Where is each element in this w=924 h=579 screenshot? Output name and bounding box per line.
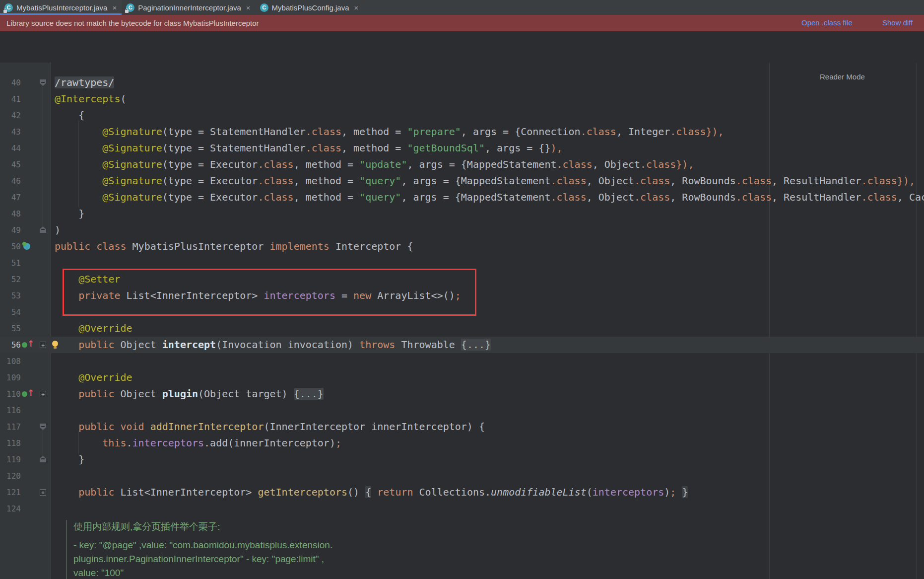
java-class-icon: C	[126, 3, 134, 12]
banner-message: Library source does not match the byteco…	[6, 19, 259, 27]
lock-icon	[125, 10, 129, 13]
fold-range-line	[43, 430, 43, 456]
fold-arrow-icon[interactable]	[40, 226, 46, 233]
code-text: public void addInnerInterceptor(InnerInt…	[55, 419, 485, 435]
code-line: 47 @Signature(type = Executor.class, met…	[0, 189, 924, 206]
code-line: 46 @Signature(type = Executor.class, met…	[0, 173, 924, 189]
java-class-icon: C	[260, 3, 268, 12]
fold-arrow-icon[interactable]	[40, 79, 46, 86]
line-number: 46	[0, 173, 21, 189]
doc-line: 使用内部规则,拿分页插件举个栗子:	[73, 520, 451, 534]
code-line: 42 {	[0, 107, 924, 124]
reader-mode-toggle[interactable]: Reader Mode	[820, 72, 865, 81]
code-text: }	[55, 451, 84, 468]
code-text: public Object intercept(Invocation invoc…	[55, 337, 491, 353]
fold-expand-icon[interactable]: +	[40, 342, 46, 348]
code-text: {	[55, 107, 84, 124]
fold-arrow-icon[interactable]	[40, 456, 46, 462]
code-line: 108	[0, 353, 924, 369]
line-number: 110	[0, 386, 21, 402]
lock-icon	[3, 10, 7, 13]
close-icon[interactable]: ×	[112, 3, 117, 12]
code-line: 120	[0, 468, 924, 484]
code-text: @Intercepts(	[55, 91, 127, 107]
code-line: 109 @Override	[0, 369, 924, 386]
line-number: 41	[0, 91, 21, 107]
overrides-method-icon[interactable]	[22, 342, 27, 348]
doc-comment-border	[66, 520, 67, 579]
code-line: 117 public void addInnerInterceptor(Inne…	[0, 419, 924, 435]
line-number: 49	[0, 222, 21, 238]
line-number: 116	[0, 402, 21, 419]
code-line: 43 @Signature(type = StatementHandler.cl…	[0, 124, 924, 140]
code-text: )	[55, 222, 61, 238]
line-number: 124	[0, 501, 21, 517]
code-line: 48 }	[0, 206, 924, 222]
override-arrow-icon[interactable]: ↑	[27, 339, 34, 349]
editor-area[interactable]: Reader Mode 40/rawtypes/41@Intercepts(42…	[0, 31, 924, 579]
editor-tab-1[interactable]: CMybatisPlusInterceptor.java×	[0, 0, 122, 15]
code-text: public class MybatisPlusInterceptor impl…	[55, 238, 413, 255]
code-line: 56+↑ public Object intercept(Invocation …	[0, 337, 924, 353]
code-line: 116	[0, 402, 924, 419]
code-text: public List<InnerInterceptor> getInterce…	[55, 484, 688, 501]
line-number: 43	[0, 124, 21, 140]
code-line: 124	[0, 501, 924, 517]
code-line: 49)	[0, 222, 924, 238]
close-icon[interactable]: ×	[354, 3, 359, 12]
code-line: 119 }	[0, 451, 924, 468]
rendered-doc-comment: 使用内部规则,拿分页插件举个栗子:- key: "@page" ,value: …	[73, 517, 451, 579]
code-line: 45 @Signature(type = Executor.class, met…	[0, 156, 924, 173]
line-number: 42	[0, 107, 21, 124]
overrides-method-icon[interactable]	[22, 391, 27, 397]
fold-expand-icon[interactable]: +	[40, 391, 46, 397]
code-line: 44 @Signature(type = StatementHandler.cl…	[0, 140, 924, 156]
code-text: @Signature(type = StatementHandler.class…	[55, 124, 724, 140]
code-text: @Signature(type = Executor.class, method…	[55, 189, 924, 206]
close-icon[interactable]: ×	[246, 3, 251, 12]
banner-link-show-diff[interactable]: Show diff	[882, 18, 913, 27]
line-number: 117	[0, 419, 21, 435]
editor-tab-bar: CMybatisPlusInterceptor.java×CPagination…	[0, 0, 924, 15]
code-text: /rawtypes/	[55, 74, 114, 91]
line-number: 121	[0, 484, 21, 501]
doc-line: value: "100"	[73, 566, 451, 579]
code-text: @Signature(type = StatementHandler.class…	[55, 140, 563, 156]
tab-label: MybatisPlusInterceptor.java	[16, 3, 107, 12]
line-number: 53	[0, 288, 21, 304]
doc-paragraph: 使用内部规则,拿分页插件举个栗子:	[73, 520, 451, 534]
override-arrow-icon[interactable]: ↑	[27, 388, 34, 398]
code-line: 118 this.interceptors.add(innerIntercept…	[0, 435, 924, 451]
code-line: 40/rawtypes/	[0, 74, 924, 91]
tab-label: MybatisPlusConfig.java	[272, 3, 349, 12]
code-line: 50public class MybatisPlusInterceptor im…	[0, 238, 924, 255]
doc-line: plugins.inner.PaginationInnerInterceptor…	[73, 552, 451, 566]
code-text: @Signature(type = Executor.class, method…	[55, 173, 915, 189]
fold-expand-icon[interactable]: +	[40, 489, 46, 496]
line-number: 55	[0, 320, 21, 337]
code-text: this.interceptors.add(innerInterceptor);	[55, 435, 341, 451]
code-line: 121+ public List<InnerInterceptor> getIn…	[0, 484, 924, 501]
line-number: 50	[0, 238, 21, 255]
line-number: 47	[0, 189, 21, 206]
line-number: 120	[0, 468, 21, 484]
code-text: }	[55, 206, 84, 222]
line-number: 108	[0, 353, 21, 369]
editor-tab-2[interactable]: CPaginationInnerInterceptor.java×	[122, 0, 255, 15]
code-text: @Override	[55, 369, 132, 386]
line-number: 44	[0, 140, 21, 156]
library-source-banner: Library source does not match the byteco…	[0, 15, 924, 31]
doc-paragraph: - key: "@page" ,value: "com.baomidou.myb…	[73, 538, 451, 579]
line-number: 119	[0, 451, 21, 468]
banner-link-open-class-file[interactable]: Open .class file	[801, 18, 853, 27]
line-number: 54	[0, 304, 21, 320]
line-number: 109	[0, 369, 21, 386]
code-text: @Signature(type = Executor.class, method…	[55, 156, 694, 173]
code-text: public Object plugin(Object target) {...…	[55, 386, 324, 402]
editor-tab-3[interactable]: CMybatisPlusConfig.java×	[256, 0, 364, 15]
line-number: 48	[0, 206, 21, 222]
line-number: 51	[0, 255, 21, 271]
line-number: 118	[0, 435, 21, 451]
class-gutter-icon[interactable]	[23, 243, 30, 250]
line-number: 45	[0, 156, 21, 173]
